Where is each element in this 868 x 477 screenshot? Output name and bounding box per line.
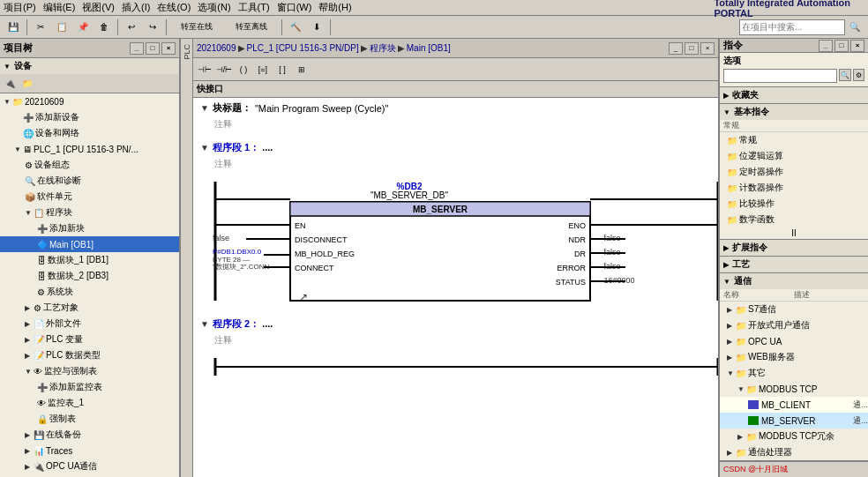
editor-toolbar-btn-2[interactable]: ⊣/⊢: [214, 60, 234, 79]
editor-close-button[interactable]: ×: [700, 42, 715, 55]
panel-close-button[interactable]: ×: [161, 42, 176, 55]
instr-item-math[interactable]: 📁 数学函数: [720, 212, 868, 227]
options-config-btn[interactable]: ⚙: [853, 69, 865, 81]
instr-item-other[interactable]: ▼ 📁 其它: [720, 365, 868, 381]
instr-minimize-button[interactable]: _: [819, 40, 833, 52]
software-icon: 📦: [25, 192, 35, 202]
go-online-button[interactable]: 转至在线: [170, 18, 223, 37]
section2-label: 程序段 2： ....: [213, 317, 273, 331]
menu-tools[interactable]: 工具(T): [238, 1, 270, 14]
instr-item-modbus-redundant[interactable]: ▶ 📁 MODBUS TCP冗余: [720, 429, 868, 444]
extended-section: ▶ 扩展指令: [720, 240, 868, 257]
instr-item-mb-client[interactable]: MB_CLIENT 通...: [720, 397, 868, 413]
menu-insert[interactable]: 插入(I): [122, 1, 150, 14]
tree-item-plc1[interactable]: ▼ 🖥 PLC_1 [CPU 1516-3 PN/...: [0, 141, 179, 157]
editor-toolbar-btn-5[interactable]: [ ]: [273, 60, 292, 79]
instr-item-web[interactable]: ▶ 📁 WEB服务器: [720, 349, 868, 365]
basic-header[interactable]: ▼ 基本指令: [720, 104, 868, 120]
instr-item-compare[interactable]: 📁 比较操作: [720, 196, 868, 212]
menu-options[interactable]: 选项(N): [198, 1, 230, 14]
toolbar-separator-5: [330, 19, 331, 35]
instr-item-modbus-tcp[interactable]: ▼ 📁 MODBUS TCP: [720, 381, 868, 397]
tree-item-online-diag[interactable]: 🔍 在线和诊断: [0, 173, 179, 189]
delete-button[interactable]: 🗑: [94, 18, 114, 37]
cut-button[interactable]: ✂: [31, 18, 50, 37]
tree-item-online-backup[interactable]: ▶ 💾 在线备份: [0, 427, 179, 443]
tree-item-add-watch[interactable]: ➕ 添加新监控表: [0, 379, 179, 395]
search-button[interactable]: 🔍: [845, 18, 864, 37]
tree-item-data2[interactable]: 🗄 数据块_2 [DB3]: [0, 268, 179, 284]
editor-minimize-button[interactable]: _: [669, 42, 683, 55]
tree-item-system[interactable]: ⚙ 系统块: [0, 284, 179, 300]
tree-item-root[interactable]: ▼ 📁 20210609: [0, 93, 179, 109]
instr-item-open-user[interactable]: ▶ 📁 开放式用户通信: [720, 317, 868, 333]
instr-item-s7[interactable]: ▶ 📁 S7通信: [720, 302, 868, 317]
tree-item-device-config[interactable]: ⚙ 设备组态: [0, 157, 179, 173]
tree-item-main-ob1[interactable]: 🔷 Main [OB1]: [0, 236, 179, 252]
panel-float-button[interactable]: □: [146, 42, 160, 55]
tech-header[interactable]: ▶ 工艺: [720, 257, 868, 272]
paste-button[interactable]: 📌: [73, 18, 93, 37]
tree-btn-1[interactable]: 🔌: [2, 76, 18, 92]
menu-view[interactable]: 视图(V): [82, 1, 115, 14]
instr-item-bit-logic[interactable]: 📁 位逻辑运算: [720, 148, 868, 164]
tree-item-force[interactable]: 🔒 强制表: [0, 411, 179, 427]
tree-item-add-block[interactable]: ➕ 添加新块: [0, 220, 179, 236]
tree-item-program-blocks[interactable]: ▼ 📋 程序块: [0, 205, 179, 220]
favorites-header[interactable]: ▶ 收藏夹: [720, 87, 868, 103]
menu-online[interactable]: 在线(O): [157, 1, 191, 14]
instr-label-open-user: 开放式用户通信: [748, 319, 810, 332]
tree-item-plc-types[interactable]: ▶ 📝 PLC 数据类型: [0, 347, 179, 363]
redo-button[interactable]: ↪: [143, 18, 162, 37]
equipment-section-header[interactable]: ▼ 设备: [0, 58, 179, 74]
search-input[interactable]: [739, 19, 845, 35]
extended-header[interactable]: ▶ 扩展指令: [720, 240, 868, 256]
instr-item-comm-processor[interactable]: ▶ 📁 通信处理器: [720, 444, 868, 460]
editor-toolbar-btn-3[interactable]: ( ): [234, 60, 253, 79]
menu-project[interactable]: 项目(P): [4, 1, 36, 14]
panel-collapse-button[interactable]: _: [130, 42, 144, 55]
tree-item-add-device[interactable]: ➕ 添加新设备: [0, 109, 179, 125]
comms-header[interactable]: ▼ 通信: [720, 273, 868, 289]
instr-close-button[interactable]: ×: [850, 40, 864, 52]
instr-item-timer[interactable]: 📁 定时器操作: [720, 164, 868, 180]
editor-toolbar-btn-6[interactable]: ⊞: [292, 60, 311, 79]
tree-item-software[interactable]: 📦 软件单元: [0, 189, 179, 205]
tree-item-device-network[interactable]: 🌐 设备和网络: [0, 125, 179, 141]
tree-item-traces[interactable]: ▶ 📊 Traces: [0, 443, 179, 458]
tree-item-opc-ua[interactable]: ▶ 🔌 OPC UA通信: [0, 458, 179, 474]
tree-item-tech-objects[interactable]: ▶ ⚙ 工艺对象: [0, 300, 179, 316]
go-offline-button[interactable]: 转至离线: [225, 18, 278, 37]
tree-btn-2[interactable]: 📁: [19, 76, 35, 92]
editor-restore-button[interactable]: □: [685, 42, 699, 55]
menu-help[interactable]: 帮助(H): [318, 1, 351, 14]
options-search-btn[interactable]: 🔍: [839, 69, 851, 81]
editor-toolbar-btn-4[interactable]: [=]: [253, 60, 273, 79]
menu-window[interactable]: 窗口(W): [277, 1, 312, 14]
breadcrumb-plc: PLC_1 [CPU 1516-3 PN/DP]: [247, 43, 359, 53]
tree-item-data1[interactable]: 🗄 数据块_1 [DB1]: [0, 252, 179, 268]
save-button[interactable]: 💾: [4, 18, 23, 37]
options-search[interactable]: [723, 69, 837, 83]
undo-button[interactable]: ↩: [122, 18, 141, 37]
download-button[interactable]: ⬇: [307, 18, 326, 37]
tree-item-monitor[interactable]: ▼ 👁 监控与强制表: [0, 363, 179, 379]
watch1-icon: 👁: [37, 399, 46, 408]
plc-tab[interactable]: PLC: [183, 41, 191, 63]
editor-main[interactable]: ▼ 块标题： "Main Program Sweep (Cycle)" 注释 ▼…: [193, 98, 718, 477]
section2-triangle: ▼: [200, 319, 209, 329]
tree-item-ext-files[interactable]: ▶ 📄 外部文件: [0, 316, 179, 332]
instr-item-mb-server[interactable]: MB_SERVER 通...: [720, 413, 868, 429]
tree-item-watch1[interactable]: 👁 监控表_1: [0, 395, 179, 411]
instr-item-opc-ua[interactable]: ▶ 📁 OPC UA: [720, 333, 868, 349]
editor-toolbar-btn-1[interactable]: ⊣⊢: [195, 60, 214, 79]
instr-item-general[interactable]: 📁 常规: [720, 132, 868, 148]
copy-button[interactable]: 📋: [52, 18, 71, 37]
tree-label-device-config: 设备组态: [34, 159, 70, 171]
compile-button[interactable]: 🔨: [286, 18, 305, 37]
tree-item-plc-vars[interactable]: ▶ 📝 PLC 变量: [0, 332, 179, 347]
tree-label-software: 软件单元: [37, 190, 72, 203]
instr-item-counter[interactable]: 📁 计数器操作: [720, 180, 868, 196]
menu-edit[interactable]: 编辑(E): [43, 1, 76, 14]
instr-restore-button[interactable]: □: [834, 40, 849, 52]
